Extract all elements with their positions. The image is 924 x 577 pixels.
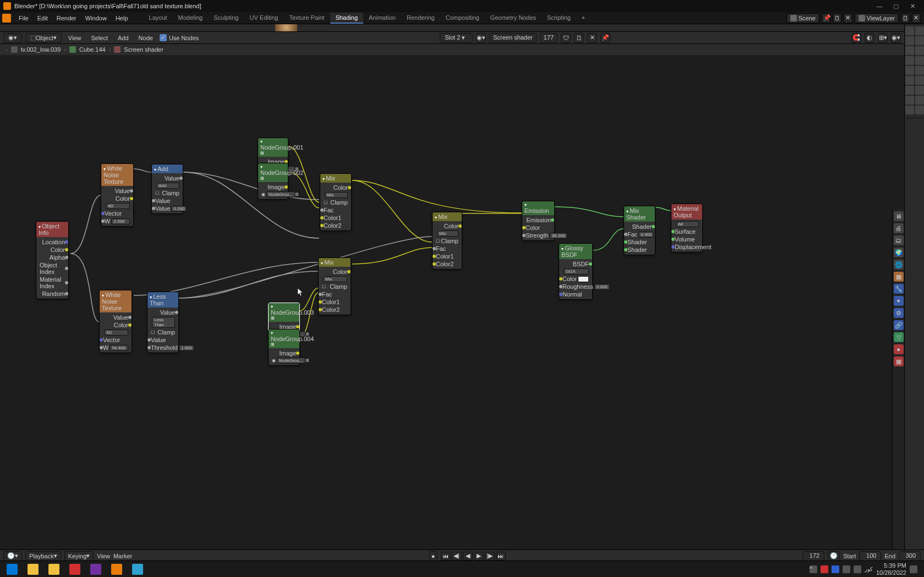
filter-icon[interactable] bbox=[905, 26, 914, 35]
overlay-node-toggle[interactable]: ◐ bbox=[865, 33, 874, 43]
node-input[interactable]: Vector bbox=[103, 210, 131, 217]
tab-texturepaint[interactable]: Texture Paint bbox=[283, 13, 330, 24]
node-prop[interactable]: ◉ NodeGrou... ⊞ bbox=[271, 357, 297, 364]
menu-render[interactable]: Render bbox=[52, 14, 81, 23]
scene-new-button[interactable]: 🗋 bbox=[833, 13, 841, 23]
node-input[interactable]: Fac bbox=[435, 245, 460, 252]
node-group-4[interactable]: ▾ NodeGroup.004 ⊞ Image ◉ NodeGrou... ⊞ bbox=[268, 329, 300, 366]
node-header[interactable]: ▾ White Noise Texture bbox=[100, 290, 132, 312]
node-prop[interactable]: ☐ Clamp bbox=[322, 199, 349, 206]
node-input[interactable]: W54.400 bbox=[102, 344, 129, 351]
node-prop[interactable]: ◉ NodeGrou... ⊞ bbox=[260, 191, 286, 198]
camera-icon[interactable] bbox=[915, 66, 924, 75]
node-prop[interactable]: ☐ Clamp bbox=[150, 328, 176, 336]
taskbar-app-3[interactable] bbox=[86, 562, 106, 576]
node-header[interactable]: ▾ Add bbox=[152, 164, 183, 173]
taskbar-explorer[interactable] bbox=[23, 562, 43, 576]
tab-geonodes[interactable]: Geometry Nodes bbox=[485, 13, 542, 24]
node-input[interactable]: Shader bbox=[626, 238, 653, 246]
node-editor-type[interactable]: ◉▾ bbox=[3, 33, 22, 43]
viewport-strip[interactable] bbox=[0, 24, 904, 32]
menu-window[interactable]: Window bbox=[81, 14, 111, 23]
timeline-keying[interactable]: Keying ▾ bbox=[64, 551, 94, 561]
prop-object-icon[interactable]: ▦ bbox=[894, 272, 904, 282]
node-input[interactable]: Color2 bbox=[435, 260, 460, 268]
eye-icon[interactable] bbox=[905, 106, 914, 114]
node-mix-3[interactable]: ▾ Mix Color Mix ☐ Clamp Fac Color1 Color… bbox=[432, 212, 462, 270]
snap-node-toggle[interactable]: 🧲 bbox=[851, 33, 861, 43]
node-header[interactable]: ▾ Emission bbox=[522, 201, 554, 215]
node-menu-view[interactable]: View bbox=[65, 34, 85, 42]
material-fake-user[interactable]: 🛡 bbox=[561, 33, 571, 43]
material-browse-button[interactable]: ◉▾ bbox=[476, 33, 486, 43]
eye-icon[interactable] bbox=[905, 36, 914, 45]
play-reverse-button[interactable]: ◀ bbox=[463, 552, 473, 560]
material-name-field[interactable]: Screen shader bbox=[489, 33, 537, 43]
timeline-playback[interactable]: Playback ▾ bbox=[25, 551, 61, 561]
tab-rendering[interactable]: Rendering bbox=[401, 13, 440, 24]
current-frame-field[interactable]: 172 bbox=[802, 551, 824, 561]
tab-scripting[interactable]: Scripting bbox=[542, 13, 576, 24]
node-prop[interactable]: All bbox=[674, 221, 700, 228]
prop-modifier-icon[interactable]: 🔧 bbox=[894, 284, 904, 294]
node-prop[interactable]: Mix bbox=[322, 191, 349, 199]
camera-icon[interactable] bbox=[915, 106, 924, 114]
menu-file[interactable]: File bbox=[14, 14, 33, 23]
prop-particle-icon[interactable]: ✦ bbox=[894, 296, 904, 306]
viewlayer-delete-button[interactable]: ✕ bbox=[912, 13, 921, 23]
tray-notifications-icon[interactable] bbox=[910, 565, 917, 573]
scene-pin-button[interactable]: 📌 bbox=[822, 13, 830, 23]
node-prop[interactable]: ☐ Clamp bbox=[321, 283, 348, 290]
node-header[interactable]: ▾ Mix bbox=[320, 174, 351, 183]
tray-icon[interactable] bbox=[821, 565, 828, 573]
prop-world-icon[interactable]: 🌐 bbox=[894, 260, 904, 270]
node-prop[interactable]: ☐ Clamp bbox=[154, 189, 181, 197]
tab-uvediting[interactable]: UV Editing bbox=[244, 13, 283, 24]
eye-icon[interactable] bbox=[905, 46, 914, 55]
camera-icon[interactable] bbox=[915, 36, 924, 45]
keyframe-prev-button[interactable]: ◀| bbox=[452, 552, 462, 560]
autokey-toggle[interactable]: ● bbox=[429, 551, 438, 561]
node-header[interactable]: ▾ NodeGroup.001 ⊞ bbox=[258, 138, 288, 157]
camera-icon[interactable] bbox=[915, 26, 924, 35]
node-header[interactable]: ▾ Less Than bbox=[147, 292, 178, 307]
node-input[interactable]: W2.500 bbox=[103, 217, 131, 225]
tray-wifi-icon[interactable] bbox=[843, 565, 850, 573]
eye-icon[interactable] bbox=[905, 56, 914, 65]
viewlayer-selector[interactable]: ViewLayer bbox=[855, 13, 899, 23]
taskbar-blender[interactable] bbox=[107, 562, 127, 576]
camera-icon[interactable] bbox=[915, 46, 924, 55]
timeline-view[interactable]: View bbox=[97, 553, 110, 559]
camera-icon[interactable] bbox=[915, 56, 924, 65]
eye-icon[interactable] bbox=[905, 96, 914, 105]
node-header[interactable]: ▾ Mix bbox=[319, 258, 351, 267]
node-header[interactable]: ▾ NodeGroup.002 ⊞ bbox=[258, 163, 288, 182]
node-input[interactable]: Value bbox=[150, 336, 176, 344]
breadcrumb-mesh[interactable]: Cube.144 bbox=[79, 46, 106, 53]
tab-compositing[interactable]: Compositing bbox=[440, 13, 485, 24]
node-input[interactable]: Color2 bbox=[322, 222, 349, 229]
tray-lang[interactable]: كور bbox=[865, 566, 873, 572]
node-input[interactable]: Vector bbox=[102, 336, 129, 344]
window-minimize-button[interactable]: — bbox=[871, 1, 888, 11]
node-input[interactable]: Value bbox=[154, 197, 181, 205]
node-menu-select[interactable]: Select bbox=[88, 34, 111, 42]
taskbar-app-4[interactable] bbox=[128, 562, 147, 576]
prop-scene-icon[interactable]: 🌍 bbox=[894, 248, 904, 257]
node-prop[interactable]: 4D bbox=[103, 202, 131, 210]
node-input[interactable]: Shader bbox=[626, 246, 653, 254]
node-input[interactable]: Fac bbox=[321, 290, 348, 298]
node-header[interactable]: ▾ Material Output bbox=[671, 204, 702, 219]
tab-add[interactable]: + bbox=[576, 13, 591, 24]
node-prop[interactable]: Less Than bbox=[150, 316, 176, 328]
eye-icon[interactable] bbox=[905, 86, 914, 95]
node-prop[interactable]: Add bbox=[154, 182, 181, 189]
tab-sculpting[interactable]: Sculpting bbox=[208, 13, 244, 24]
prop-data-icon[interactable]: ▽ bbox=[894, 332, 904, 342]
eye-icon[interactable] bbox=[905, 66, 914, 75]
material-unlink[interactable]: ✕ bbox=[587, 33, 597, 43]
prop-render-icon[interactable]: 🖥 bbox=[894, 211, 904, 221]
node-group-2[interactable]: ▾ NodeGroup.002 ⊞ Image ◉ NodeGrou... ⊞ bbox=[258, 163, 288, 200]
timeline-editor-type[interactable]: 🕐▾ bbox=[3, 551, 22, 561]
node-header[interactable]: ▾ Mix Shader bbox=[624, 206, 655, 222]
